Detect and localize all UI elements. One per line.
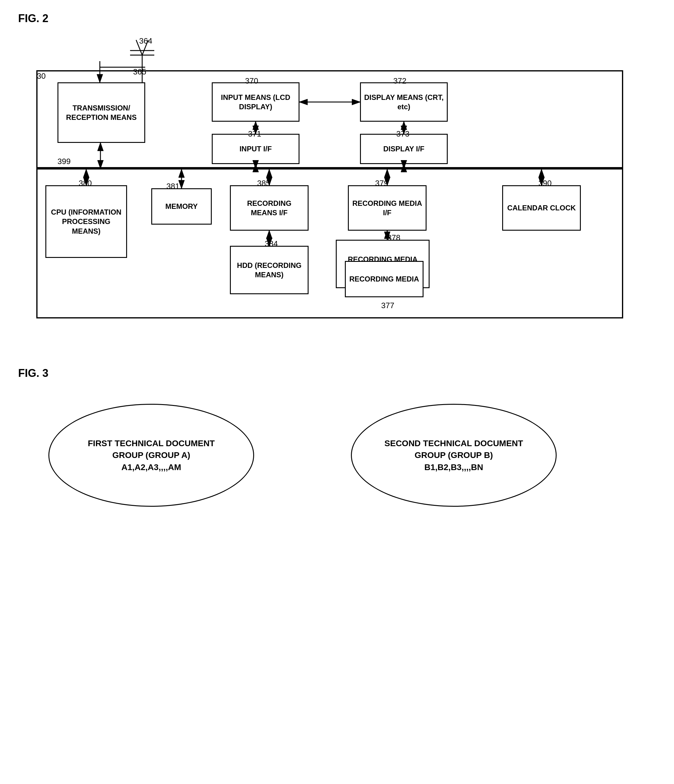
block-display-means: DISPLAY MEANS (CRT, etc) bbox=[360, 82, 448, 122]
ref-371: 371 bbox=[248, 129, 261, 138]
bus-line bbox=[36, 167, 623, 170]
ellipse-group-a: FIRST TECHNICAL DOCUMENT GROUP (GROUP A)… bbox=[48, 404, 254, 507]
fig2-container: 30 364 365 TRANSMISSION/ RECEPTION MEANS… bbox=[18, 34, 641, 331]
block-recording-media-if: RECORDING MEDIA I/F bbox=[348, 185, 427, 231]
block-hdd: HDD (RECORDING MEANS) bbox=[230, 246, 309, 294]
ref-378: 378 bbox=[387, 233, 400, 243]
ref-381: 381 bbox=[166, 182, 179, 191]
block-recording-media: RECORDING MEDIA bbox=[345, 261, 424, 297]
ref-384: 384 bbox=[265, 239, 278, 249]
ref-372: 372 bbox=[393, 76, 406, 86]
ellipse-group-a-text: FIRST TECHNICAL DOCUMENT GROUP (GROUP A)… bbox=[88, 437, 214, 473]
block-recording-means-if: RECORDING MEANS I/F bbox=[230, 185, 309, 231]
ref-385: 385 bbox=[257, 179, 270, 188]
block-input-means: INPUT MEANS (LCD DISPLAY) bbox=[212, 82, 300, 122]
fig2-label: FIG. 2 bbox=[18, 12, 656, 25]
ref-373: 373 bbox=[396, 129, 409, 138]
ref-377: 377 bbox=[381, 301, 394, 310]
ref-379: 379 bbox=[375, 179, 388, 188]
ref-364: 364 bbox=[139, 36, 152, 46]
ellipse-group-b: SECOND TECHNICAL DOCUMENT GROUP (GROUP B… bbox=[351, 404, 557, 507]
block-transmission: TRANSMISSION/ RECEPTION MEANS bbox=[57, 82, 145, 143]
block-cpu: CPU (INFORMATION PROCESSING MEANS) bbox=[45, 185, 127, 258]
ref-380: 380 bbox=[79, 179, 92, 188]
block-calendar-clock: CALENDAR CLOCK bbox=[502, 185, 581, 231]
ellipse-group-b-text: SECOND TECHNICAL DOCUMENT GROUP (GROUP B… bbox=[385, 437, 523, 473]
ref-365: 365 bbox=[133, 67, 146, 76]
ref-370: 370 bbox=[245, 76, 258, 86]
ref-30: 30 bbox=[37, 72, 46, 81]
block-memory: MEMORY bbox=[151, 188, 212, 225]
fig3-container: FIRST TECHNICAL DOCUMENT GROUP (GROUP A)… bbox=[18, 389, 641, 540]
ref-390: 390 bbox=[539, 179, 551, 188]
fig3-label: FIG. 3 bbox=[18, 367, 656, 380]
ref-399: 399 bbox=[57, 157, 70, 166]
